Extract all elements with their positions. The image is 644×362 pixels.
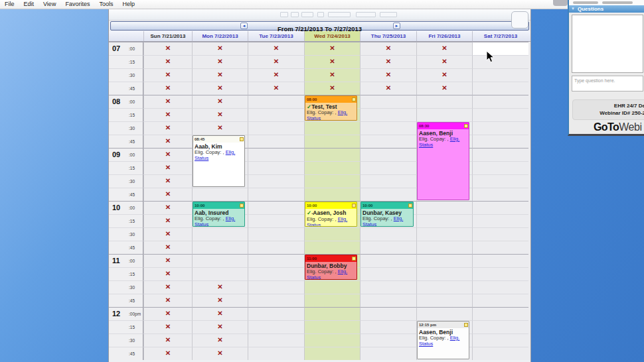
slot-cell[interactable] [192, 254, 248, 267]
menu-item-tools[interactable]: Tools [94, 0, 118, 9]
menu-item-favorites[interactable]: Favorites [60, 0, 94, 9]
slot-cell[interactable] [360, 280, 416, 294]
slot-cell[interactable]: ✕ [143, 95, 192, 108]
slot-cell[interactable]: ✕ [143, 347, 192, 360]
day-header-mon[interactable]: Mon 7/22/2013 [192, 31, 248, 41]
slot-cell[interactable] [248, 108, 304, 121]
slot-cell[interactable] [192, 241, 248, 254]
slot-cell[interactable] [416, 108, 472, 121]
slot-cell[interactable] [192, 188, 248, 201]
slot-cell[interactable] [304, 227, 360, 241]
slot-cell[interactable] [416, 227, 472, 241]
slot-cell[interactable]: ✕ [192, 82, 248, 95]
slot-cell[interactable]: ✕ [143, 68, 192, 82]
slot-cell[interactable] [248, 227, 304, 241]
slot-cell[interactable] [360, 121, 416, 135]
slot-cell[interactable]: ✕ [143, 201, 192, 214]
toolbar-button[interactable] [356, 12, 376, 17]
slot-cell[interactable]: ✕ [143, 241, 192, 254]
slot-cell[interactable]: ✕ [143, 55, 192, 68]
toolbar-button[interactable] [328, 12, 351, 17]
slot-cell[interactable] [360, 95, 416, 108]
slot-cell[interactable]: ✕ [143, 307, 192, 320]
menu-item-edit[interactable]: Edit [19, 0, 39, 9]
slot-cell[interactable]: ✕ [192, 68, 248, 82]
slot-cell[interactable]: ✕ [192, 42, 248, 55]
slot-cell[interactable] [360, 161, 416, 174]
day-header-tue[interactable]: Tue 7/23/2013 [248, 31, 304, 41]
slot-cell[interactable] [304, 294, 360, 307]
toolbar-button[interactable] [301, 12, 313, 17]
slot-cell[interactable] [472, 241, 528, 254]
slot-cell[interactable] [304, 307, 360, 320]
slot-cell[interactable] [360, 267, 416, 280]
slot-cell[interactable] [304, 188, 360, 201]
appointment[interactable]: 11:00Dunbar, BobbyElig. Copay: , Elig. S… [305, 255, 357, 280]
slot-cell[interactable]: ✕ [304, 42, 360, 55]
day-header-sun[interactable]: Sun 7/21/2013 [143, 31, 192, 41]
slot-cell[interactable] [472, 347, 528, 360]
next-week-button[interactable]: ► [393, 23, 400, 29]
prev-week-button[interactable]: ◄ [240, 23, 248, 29]
slot-cell[interactable] [472, 108, 528, 121]
slot-cell[interactable] [360, 227, 416, 241]
slot-cell[interactable] [304, 121, 360, 135]
slot-cell[interactable]: ✕ [360, 82, 416, 95]
slot-cell[interactable]: ✕ [143, 174, 192, 188]
day-header-fri[interactable]: Fri 7/26/2013 [416, 31, 472, 41]
slot-cell[interactable] [360, 254, 416, 267]
toolbar-corner-button[interactable] [511, 11, 528, 29]
slot-cell[interactable] [248, 280, 304, 294]
slot-cell[interactable] [472, 267, 528, 280]
slot-cell[interactable] [472, 82, 528, 95]
slot-cell[interactable]: ✕ [416, 42, 472, 55]
slot-cell[interactable] [248, 307, 304, 320]
slot-cell[interactable]: ✕ [192, 307, 248, 320]
slot-cell[interactable] [416, 241, 472, 254]
slot-cell[interactable]: ✕ [248, 82, 304, 95]
slot-cell[interactable]: ✕ [143, 320, 192, 333]
slot-cell[interactable] [248, 347, 304, 360]
slot-cell[interactable]: ✕ [143, 108, 192, 121]
slot-cell[interactable]: ✕ [143, 214, 192, 227]
slot-cell[interactable] [248, 161, 304, 174]
slot-cell[interactable]: ✕ [143, 161, 192, 174]
slot-cell[interactable] [248, 294, 304, 307]
slot-cell[interactable] [472, 148, 528, 161]
slot-cell[interactable]: ✕ [304, 55, 360, 68]
slot-cell[interactable] [472, 254, 528, 267]
note-icon[interactable] [240, 137, 244, 141]
slot-cell[interactable] [248, 148, 304, 161]
slot-cell[interactable] [248, 254, 304, 267]
slot-cell[interactable] [248, 121, 304, 135]
toolbar-button[interactable] [317, 12, 324, 17]
slot-cell[interactable] [192, 227, 248, 241]
slot-cell[interactable] [472, 307, 528, 320]
slot-cell[interactable]: ✕ [192, 55, 248, 68]
slot-cell[interactable] [360, 347, 416, 360]
slot-cell[interactable]: ✕ [143, 121, 192, 135]
appointment[interactable]: 12:15 pmAasen, BenjiElig. Copay: , Elig.… [417, 321, 469, 359]
slot-cell[interactable] [248, 267, 304, 280]
slot-cell[interactable] [472, 135, 528, 148]
slot-cell[interactable] [472, 161, 528, 174]
slot-cell[interactable] [472, 320, 528, 333]
slot-cell[interactable] [304, 320, 360, 333]
slot-cell[interactable]: ✕ [192, 320, 248, 333]
slot-cell[interactable]: ✕ [416, 82, 472, 95]
slot-cell[interactable] [472, 121, 528, 135]
note-icon[interactable] [464, 323, 468, 327]
slot-cell[interactable] [416, 95, 472, 108]
slot-cell[interactable] [248, 135, 304, 148]
slot-cell[interactable] [248, 201, 304, 214]
slot-cell[interactable]: ✕ [192, 95, 248, 108]
slot-cell[interactable] [304, 135, 360, 148]
slot-cell[interactable]: ✕ [143, 42, 192, 55]
slot-cell[interactable] [416, 254, 472, 267]
note-icon[interactable] [352, 257, 356, 261]
slot-cell[interactable] [472, 42, 528, 55]
slot-cell[interactable] [472, 68, 528, 82]
slot-cell[interactable]: ✕ [143, 280, 192, 294]
slot-cell[interactable] [360, 241, 416, 254]
slot-cell[interactable] [360, 294, 416, 307]
